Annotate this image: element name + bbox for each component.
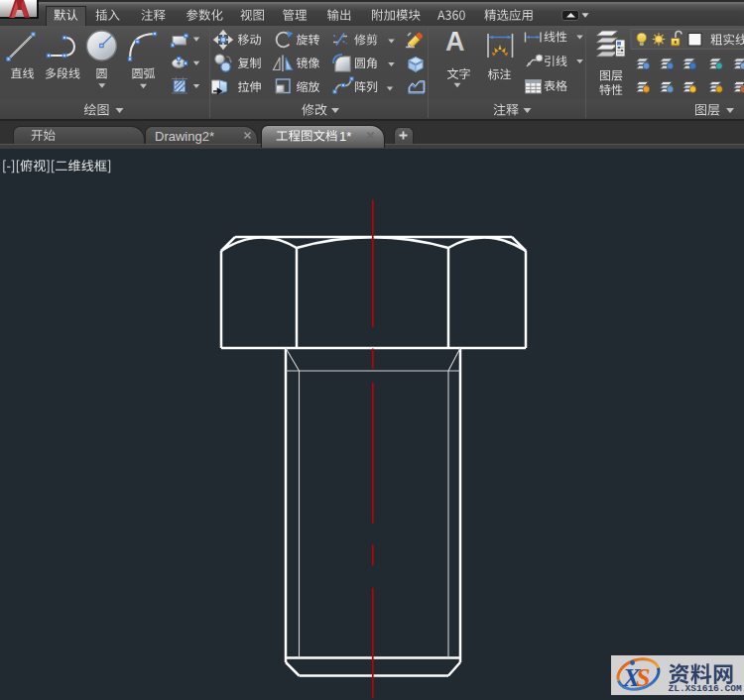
svg-text:ZL.XS1616.COM: ZL.XS1616.COM xyxy=(669,683,742,694)
svg-text:1*: 1* xyxy=(339,129,351,144)
svg-text:S: S xyxy=(636,663,650,692)
svg-text:A: A xyxy=(445,27,465,57)
